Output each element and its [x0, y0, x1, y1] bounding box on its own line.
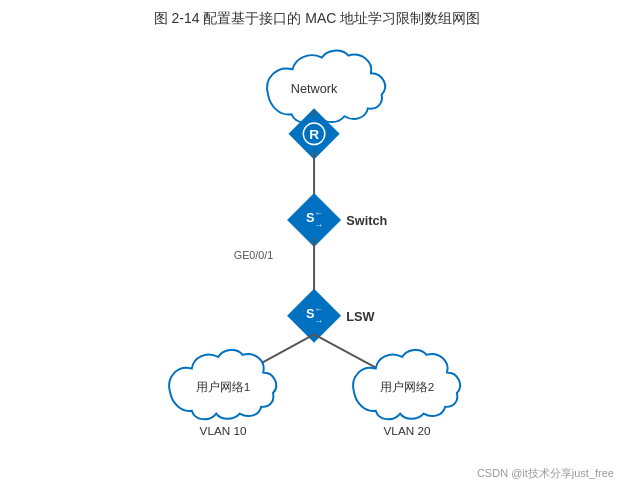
vlan10-label: VLAN 10: [200, 424, 247, 437]
watermark: CSDN @it技术分享just_free: [477, 466, 614, 481]
diagram-area: Network R S ← → Swi: [10, 36, 624, 486]
router-icon: R: [309, 127, 319, 142]
switch-top-icon: S: [306, 210, 314, 225]
user-cloud-right: 用户网络2: [353, 350, 460, 419]
user-cloud-left-label: 用户网络1: [196, 380, 251, 393]
lsw-arrow-left: ←: [315, 304, 324, 314]
diagram-title: 图 2-14 配置基于接口的 MAC 地址学习限制数组网图: [10, 10, 624, 28]
network-label: Network: [291, 81, 338, 96]
switch-label-text: Switch: [346, 213, 387, 228]
user-cloud-right-label: 用户网络2: [380, 380, 435, 393]
diagram-container: 图 2-14 配置基于接口的 MAC 地址学习限制数组网图 Network R: [0, 0, 634, 502]
diagram-svg: Network R S ← → Swi: [10, 36, 624, 486]
lsw-icon: S: [306, 306, 314, 321]
lsw-arrow-right: →: [315, 316, 324, 326]
lsw-label-text: LSW: [346, 309, 374, 324]
vlan20-label: VLAN 20: [384, 424, 431, 437]
lsw-device: S ← →: [288, 289, 341, 342]
switch-arrow-right: →: [315, 220, 324, 230]
switch-arrow-left: ←: [315, 208, 324, 218]
port-label-text: GE0/0/1: [234, 249, 273, 261]
network-cloud: Network: [267, 51, 385, 123]
switch-top-device: S ← →: [288, 194, 341, 247]
user-cloud-left: 用户网络1: [169, 350, 276, 419]
